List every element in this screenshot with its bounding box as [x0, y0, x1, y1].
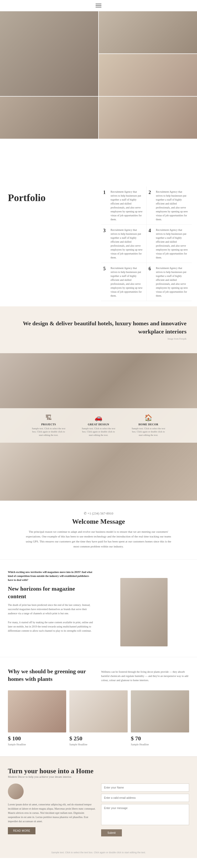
name-input[interactable] — [101, 783, 189, 792]
avatar — [8, 783, 24, 799]
home-subtitle: Modern Decor to help you achieve your dr… — [8, 775, 189, 778]
hero-image-5 — [99, 97, 197, 139]
welcome-text: The principal reason we continue to adap… — [25, 529, 172, 549]
portfolio-item-3: 3 Recruitment Agency that strives to hel… — [101, 225, 147, 263]
magazine-title: New horizons for magazine content — [8, 585, 93, 600]
great-design-icon: 🚗 — [81, 414, 116, 422]
magazine-left: Which exciting new territories will maga… — [8, 570, 98, 646]
home-body-text: Lorem ipsum dolor sit amet, consectetur … — [8, 803, 96, 824]
design-banner-section: We design & deliver beautiful hotels, lu… — [0, 306, 197, 353]
portfolio-item-6: 6 Recruitment Agency that strives to hel… — [147, 263, 192, 301]
portfolio-num-1: 1 — [103, 190, 108, 221]
welcome-title: Welcome Message — [16, 518, 181, 526]
plants-title: Why we should be greening our homes with… — [8, 668, 96, 683]
plant-card-3: $ 70 Sample Headline — [131, 690, 189, 746]
portfolio-section: Portfolio 1 Recruitment Agency that stri… — [0, 181, 197, 306]
hero-grid-section — [0, 11, 197, 181]
portfolio-num-2: 2 — [149, 190, 153, 221]
home-section: Turn your house into a Home Modern Decor… — [0, 756, 197, 847]
magazine-intro: Which exciting new territories will maga… — [8, 570, 93, 582]
portfolio-item-4: 4 Recruitment Agency that strives to hel… — [147, 225, 192, 263]
plants-images: $ 100 Sample Headline $ 250 Sample Headl… — [8, 690, 189, 746]
plant-card-1: $ 100 Sample Headline — [8, 690, 66, 746]
portfolio-num-6: 6 — [149, 266, 153, 298]
projects-icon: 🏗 — [32, 414, 66, 422]
vase-image — [120, 578, 167, 646]
design-banner-heading: We design & deliver beautiful hotels, lu… — [10, 319, 187, 336]
woman-photo-section — [0, 443, 197, 501]
home-left-column: Lorem ipsum dolor sit amet, consectetur … — [8, 783, 96, 836]
footer: Sample text. Click to select the text bo… — [0, 847, 197, 858]
plant-label-3: Sample Headline — [131, 743, 189, 746]
projects-label: PROJECTS — [32, 423, 66, 426]
hero-image-2 — [99, 11, 197, 54]
portfolio-num-4: 4 — [149, 228, 153, 259]
plant-label-2: Sample Headline — [69, 743, 128, 746]
plant-card-2: $ 250 Sample Headline — [69, 690, 128, 746]
portfolio-num-3: 3 — [103, 228, 108, 259]
plant-image-3 — [131, 690, 189, 733]
portfolio-text-2: Recruitment Agency that strives to help … — [156, 190, 190, 221]
great-design-desc: Sample text. Click to select the text bo… — [81, 427, 116, 437]
plant-price-3: $ 70 — [131, 735, 189, 742]
portfolio-item-1: 1 Recruitment Agency that strives to hel… — [101, 187, 147, 225]
home-title: Turn your house into a Home — [8, 767, 189, 775]
big-photo-section: 🏗 PROJECTS Sample text. Click to select … — [0, 353, 197, 443]
icon-block-great-design: 🚗 GREAT DESIGN Sample text. Click to sel… — [81, 414, 116, 437]
magazine-body-2: For many, it started off by making the s… — [8, 620, 93, 633]
magazine-section: Which exciting new territories will maga… — [0, 559, 197, 657]
plants-section: Why we should be greening our homes with… — [0, 657, 197, 756]
plant-image-2 — [69, 690, 128, 733]
plant-price-2: $ 250 — [69, 735, 128, 742]
hamburger-menu[interactable] — [95, 4, 102, 7]
email-input[interactable] — [101, 794, 189, 802]
icon-block-projects: 🏗 PROJECTS Sample text. Click to select … — [32, 414, 66, 437]
icon-block-home-decor: 🏠 HOME DECOR Sample text. Click to selec… — [131, 414, 165, 437]
portfolio-item-2: 2 Recruitment Agency that strives to hel… — [147, 187, 192, 225]
home-decor-desc: Sample text. Click to select the text bo… — [131, 427, 165, 437]
design-banner-attribution: Image from Freepik — [10, 337, 187, 340]
portfolio-grid: 1 Recruitment Agency that strives to hel… — [101, 187, 192, 301]
portfolio-text-3: Recruitment Agency that strives to help … — [111, 228, 144, 259]
home-decor-label: HOME DECOR — [131, 423, 165, 426]
plant-image-1 — [8, 690, 66, 733]
portfolio-text-1: Recruitment Agency that strives to help … — [111, 190, 144, 221]
projects-desc: Sample text. Click to select the text bo… — [32, 427, 66, 437]
plants-description: Wellness can be fostered through the liv… — [101, 668, 189, 683]
plant-label-1: Sample Headline — [8, 743, 66, 746]
home-right-column: Submit — [101, 783, 189, 836]
phone-number: ✆ +1 (234) 567-8910 — [16, 512, 181, 516]
hero-image-3 — [99, 54, 197, 96]
magazine-body-1: The death of print has been predicted si… — [8, 603, 93, 616]
portfolio-num-5: 5 — [103, 266, 108, 298]
navigation — [0, 0, 197, 11]
plant-price-1: $ 100 — [8, 735, 66, 742]
hero-image-1 — [0, 11, 98, 96]
portfolio-title: Portfolio — [8, 192, 91, 204]
icons-row: 🏗 PROJECTS Sample text. Click to select … — [0, 408, 197, 443]
home-decor-icon: 🏠 — [131, 414, 165, 422]
welcome-section: ✆ +1 (234) 567-8910 Welcome Message The … — [0, 501, 197, 560]
portfolio-text-4: Recruitment Agency that strives to help … — [156, 228, 190, 259]
message-input[interactable] — [101, 804, 189, 825]
portfolio-item-5: 5 Recruitment Agency that strives to hel… — [101, 263, 147, 301]
read-more-button[interactable]: READ MORE — [8, 827, 35, 834]
submit-button[interactable]: Submit — [101, 829, 122, 836]
portfolio-text-5: Recruitment Agency that strives to help … — [111, 266, 144, 298]
footer-sample-text: Sample text. Click to select the text bo… — [8, 851, 189, 854]
magazine-right — [98, 570, 189, 646]
great-design-label: GREAT DESIGN — [81, 423, 116, 426]
hero-image-4 — [0, 97, 98, 139]
portfolio-text-6: Recruitment Agency that strives to help … — [156, 266, 190, 298]
